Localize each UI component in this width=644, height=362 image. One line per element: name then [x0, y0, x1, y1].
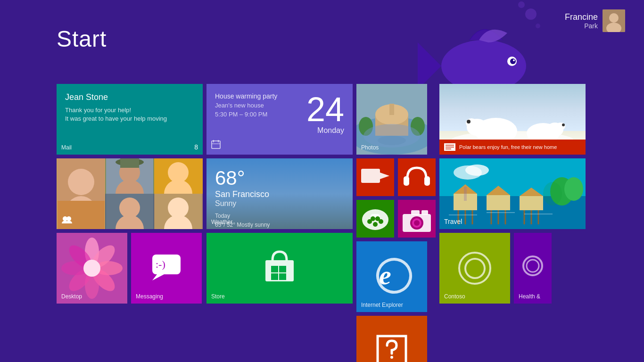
- svg-point-87: [390, 356, 393, 359]
- svg-text:e: e: [379, 260, 391, 290]
- tile-calendar[interactable]: House warming party Jean's new house 5:3…: [206, 84, 353, 155]
- svg-rect-53: [279, 273, 286, 280]
- calendar-icon: [211, 140, 221, 151]
- tile-news[interactable]: Polar bears enjoy fun, free their new ho…: [439, 84, 586, 155]
- row-desktop-messaging: Desktop :-) Messaging: [57, 233, 203, 304]
- svg-point-94: [471, 120, 475, 123]
- mail-label: Mail: [61, 144, 72, 151]
- column-1: Jean Stone Thank you for your help! It w…: [57, 84, 203, 362]
- user-name: Francine Park: [565, 12, 598, 30]
- tile-desktop[interactable]: Desktop: [57, 233, 127, 304]
- svg-rect-67: [404, 176, 409, 186]
- svg-point-126: [543, 182, 562, 206]
- help-icon: [375, 334, 408, 362]
- weather-condition: Sunny: [215, 199, 270, 208]
- row-contoso-health: Contoso Health &: [439, 233, 586, 304]
- svg-point-11: [68, 169, 94, 195]
- tile-messaging[interactable]: :-) Messaging: [131, 233, 202, 304]
- weather-city: San Francisco: [215, 189, 270, 199]
- mail-sender: Jean Stone: [65, 92, 194, 102]
- tile-camera[interactable]: [398, 200, 436, 238]
- tile-music[interactable]: [398, 158, 436, 196]
- svg-point-93: [467, 120, 471, 123]
- tile-contoso[interactable]: Contoso: [439, 233, 510, 304]
- people-icon: [61, 216, 73, 225]
- cal-event-time: 5:30 PM – 9:00 PM: [215, 111, 297, 118]
- cal-day-number: 24: [306, 92, 344, 126]
- svg-rect-119: [520, 196, 543, 210]
- tile-help[interactable]: Help + Tips: [356, 316, 427, 362]
- svg-rect-58: [389, 104, 394, 115]
- store-bag-icon: [261, 246, 298, 291]
- tile-photos[interactable]: Photos: [356, 84, 427, 155]
- contoso-label: Contoso: [444, 293, 465, 300]
- svg-rect-52: [271, 273, 278, 280]
- tile-games[interactable]: [356, 200, 394, 238]
- tile-weather[interactable]: 68° San Francisco Sunny Today 65°/ 52° M…: [206, 158, 353, 229]
- svg-rect-110: [464, 187, 467, 201]
- store-label: Store: [211, 293, 225, 300]
- news-overlay: Polar bears enjoy fun, free their new ho…: [439, 140, 586, 155]
- svg-point-131: [527, 260, 539, 272]
- cal-event-subtitle: Jean's new house: [215, 102, 297, 109]
- start-title: Start: [57, 26, 107, 52]
- small-tiles-group: [356, 158, 436, 238]
- user-profile[interactable]: Francine Park: [565, 9, 625, 32]
- svg-rect-68: [424, 176, 430, 186]
- svg-rect-82: [411, 210, 420, 215]
- cal-day-name: Monday: [306, 126, 344, 135]
- svg-point-125: [564, 177, 583, 201]
- column-4: Polar bears enjoy fun, free their new ho…: [439, 84, 586, 362]
- tiles-container: Jean Stone Thank you for your help! It w…: [57, 84, 586, 362]
- photos-label: Photos: [361, 144, 379, 151]
- news-read-icon: [444, 143, 455, 151]
- tile-health[interactable]: Health &: [514, 233, 552, 304]
- svg-point-8: [609, 13, 619, 23]
- column-3: Photos: [356, 84, 436, 362]
- desktop-label: Desktop: [61, 293, 82, 300]
- people-photo-3: [154, 158, 203, 194]
- mail-line1: Thank you for your help!: [65, 107, 131, 114]
- mail-line2: It was great to have your help moving: [65, 115, 167, 122]
- svg-rect-50: [271, 266, 278, 272]
- svg-point-73: [371, 216, 375, 221]
- weather-temp: 68°: [215, 167, 270, 189]
- weather-main: 68° San Francisco Sunny Today 65°/ 52° M…: [215, 167, 344, 229]
- svg-rect-83: [421, 210, 428, 215]
- svg-text::-): :-): [156, 258, 165, 270]
- messaging-bubble-icon: :-): [150, 252, 183, 284]
- svg-rect-66: [398, 158, 436, 196]
- avatar[interactable]: [603, 9, 625, 32]
- tile-people[interactable]: [57, 158, 203, 229]
- tile-video[interactable]: [356, 158, 394, 196]
- contoso-inner-circle: [464, 258, 486, 279]
- people-photo-2: [105, 158, 154, 194]
- news-headline: Polar bears enjoy fun, free their new ho…: [459, 144, 557, 150]
- svg-rect-45: [212, 141, 220, 148]
- svg-point-98: [562, 123, 565, 126]
- travel-label: Travel: [444, 218, 462, 225]
- tile-ie[interactable]: e Internet Explorer: [356, 241, 427, 312]
- messaging-label: Messaging: [136, 293, 163, 300]
- svg-point-2: [510, 58, 516, 64]
- mail-content: Thank you for your help! It was great to…: [65, 106, 194, 123]
- health-label: Health &: [519, 293, 540, 300]
- weather-label: Weather: [211, 219, 232, 225]
- contoso-icon: [458, 252, 491, 285]
- today-label: Today: [215, 213, 230, 219]
- svg-point-107: [465, 165, 489, 176]
- ie-icon: e: [371, 257, 413, 296]
- tile-store[interactable]: Store: [206, 233, 353, 304]
- mail-count: 8: [194, 143, 198, 151]
- svg-rect-18: [120, 158, 139, 168]
- tile-mail[interactable]: Jean Stone Thank you for your help! It w…: [57, 84, 203, 155]
- svg-point-81: [414, 220, 420, 226]
- svg-marker-43: [152, 274, 164, 280]
- svg-rect-64: [361, 169, 380, 183]
- tile-travel[interactable]: Travel: [439, 158, 586, 229]
- svg-point-4: [525, 8, 537, 20]
- column-2: House warming party Jean's new house 5:3…: [206, 84, 353, 362]
- calendar-info: House warming party Jean's new house 5:3…: [215, 92, 297, 146]
- ie-label: Internet Explorer: [361, 302, 403, 308]
- user-last-name: Park: [565, 22, 598, 30]
